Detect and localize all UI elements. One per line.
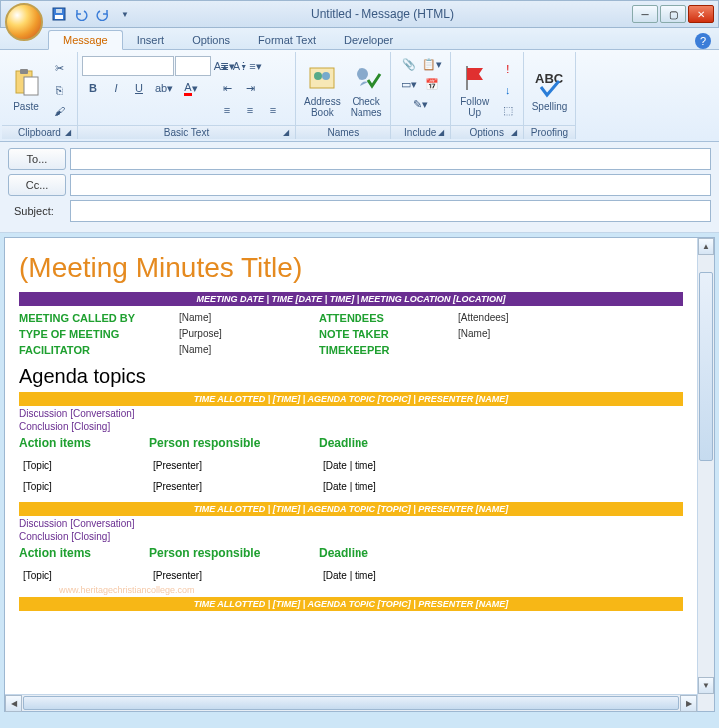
save-icon[interactable]: [51, 6, 67, 22]
meta-attendees-v: [Attendees]: [458, 312, 683, 324]
spelling-button[interactable]: ABC Spelling: [528, 57, 572, 123]
to-field[interactable]: [70, 148, 711, 170]
row-date: [Date | time]: [319, 460, 683, 471]
tab-message[interactable]: Message: [48, 30, 123, 50]
bold-icon[interactable]: B: [82, 78, 104, 98]
address-book-label: Address Book: [304, 96, 341, 118]
tab-format-text[interactable]: Format Text: [244, 31, 330, 49]
row-date: [Date | time]: [319, 481, 683, 492]
group-label-names: Names: [296, 125, 390, 139]
dialog-launcher-basic-text[interactable]: ◢: [283, 128, 293, 138]
tab-developer[interactable]: Developer: [330, 31, 407, 49]
scroll-right-icon[interactable]: ▶: [680, 695, 697, 712]
permission-icon[interactable]: ⬚: [497, 101, 519, 121]
chevron-down-icon[interactable]: ▼: [117, 6, 133, 22]
quick-access-toolbar: ▼: [51, 6, 133, 22]
signature-icon[interactable]: ✎▾: [409, 94, 431, 114]
minimize-button[interactable]: ─: [632, 5, 658, 23]
group-options: Follow Up ! ↓ ⬚ Options ◢: [451, 52, 524, 139]
row-topic: [Topic]: [19, 481, 149, 492]
agenda-bar-1: TIME ALLOTTED | [TIME] | AGENDA TOPIC [T…: [19, 392, 683, 406]
size-select[interactable]: [175, 56, 211, 76]
align-right-icon[interactable]: ≡: [262, 100, 284, 120]
watermark: www.heritagechristiancollege.com: [59, 585, 683, 595]
align-left-icon[interactable]: ≡: [216, 100, 238, 120]
align-center-icon[interactable]: ≡: [239, 100, 261, 120]
redo-icon[interactable]: [95, 6, 111, 22]
calendar-icon[interactable]: 📅: [421, 74, 443, 94]
col-action: Action items: [19, 546, 149, 560]
group-names: Address Book Check Names Names: [296, 52, 391, 139]
office-button[interactable]: [5, 3, 43, 41]
discussion-2: Discussion [Conversation]: [19, 518, 683, 529]
format-painter-icon[interactable]: 🖌: [48, 101, 70, 121]
meta-grid: MEETING CALLED BY [Name] ATTENDEES [Atte…: [19, 312, 683, 356]
meta-type: TYPE OF MEETING: [19, 328, 179, 340]
numbering-icon[interactable]: ⋮≡▾: [239, 56, 261, 76]
maximize-button[interactable]: ▢: [660, 5, 686, 23]
item-grid-1: Action items Person responsible Deadline…: [19, 436, 683, 492]
document[interactable]: (Meeting Minutes Title) MEETING DATE | T…: [5, 238, 697, 711]
high-importance-icon[interactable]: !: [497, 59, 519, 79]
undo-icon[interactable]: [73, 6, 89, 22]
vertical-scrollbar[interactable]: ▲ ▼: [697, 238, 714, 711]
address-book-button[interactable]: Address Book: [300, 57, 345, 123]
spelling-icon: ABC: [533, 67, 565, 99]
low-importance-icon[interactable]: ↓: [497, 80, 519, 100]
tab-options[interactable]: Options: [178, 31, 244, 49]
highlight-icon[interactable]: ab▾: [151, 78, 177, 98]
increase-indent-icon[interactable]: ⇥: [239, 78, 261, 98]
svg-rect-6: [310, 68, 334, 88]
paste-icon: [10, 67, 42, 99]
business-card-icon[interactable]: ▭▾: [398, 74, 420, 94]
subject-field[interactable]: [70, 200, 711, 222]
follow-up-label: Follow Up: [460, 96, 489, 118]
copy-icon[interactable]: ⎘: [48, 80, 70, 100]
address-book-icon: [306, 62, 338, 94]
attach-item-icon[interactable]: 📋▾: [421, 54, 443, 74]
cc-button[interactable]: Cc...: [8, 174, 66, 196]
scroll-up-icon[interactable]: ▲: [698, 238, 714, 255]
horizontal-scrollbar[interactable]: ◀ ▶: [5, 694, 697, 711]
flag-icon: [459, 62, 491, 94]
decrease-indent-icon[interactable]: ⇤: [216, 78, 238, 98]
underline-icon[interactable]: U: [128, 78, 150, 98]
subject-label: Subject:: [8, 205, 66, 217]
check-names-button[interactable]: Check Names: [347, 57, 386, 123]
attach-file-icon[interactable]: 📎: [398, 54, 420, 74]
svg-rect-5: [24, 77, 38, 95]
scroll-thumb-h[interactable]: [23, 696, 679, 710]
scroll-down-icon[interactable]: ▼: [698, 677, 714, 694]
cc-field[interactable]: [70, 174, 711, 196]
meta-note-taker: NOTE TAKER: [319, 328, 458, 340]
dialog-launcher-clipboard[interactable]: ◢: [65, 128, 75, 138]
scroll-thumb[interactable]: [699, 272, 713, 461]
row-presenter: [Presenter]: [149, 481, 319, 492]
col-person: Person responsible: [149, 436, 319, 450]
close-button[interactable]: ✕: [688, 5, 714, 23]
paste-button[interactable]: Paste: [6, 57, 46, 123]
dialog-launcher-include[interactable]: ◢: [438, 128, 448, 138]
row-presenter: [Presenter]: [149, 570, 319, 581]
bullets-icon[interactable]: ≣▾: [216, 56, 238, 76]
meta-timekeeper: TIMEKEEPER: [319, 344, 458, 356]
svg-rect-2: [56, 9, 62, 13]
tab-insert[interactable]: Insert: [123, 31, 179, 49]
scroll-left-icon[interactable]: ◀: [5, 695, 22, 712]
help-icon[interactable]: ?: [695, 33, 711, 49]
message-body: 📋 (Meeting Minutes Title) MEETING DATE |…: [4, 237, 715, 712]
cut-icon[interactable]: ✂: [48, 59, 70, 79]
conclusion-2: Conclusion [Closing]: [19, 531, 683, 542]
to-button[interactable]: To...: [8, 148, 66, 170]
paste-label: Paste: [13, 101, 39, 112]
follow-up-button[interactable]: Follow Up: [455, 57, 495, 123]
italic-icon[interactable]: I: [105, 78, 127, 98]
meta-timekeeper-v: [458, 344, 683, 356]
check-names-label: Check Names: [351, 96, 382, 118]
col-deadline: Deadline: [319, 436, 683, 450]
group-clipboard: Paste ✂ ⎘ 🖌 Clipboard ◢: [2, 52, 78, 139]
font-select[interactable]: [82, 56, 174, 76]
window-title: Untitled - Message (HTML): [133, 7, 632, 21]
dialog-launcher-options[interactable]: ◢: [511, 128, 521, 138]
font-color-icon[interactable]: A▾: [178, 78, 204, 98]
